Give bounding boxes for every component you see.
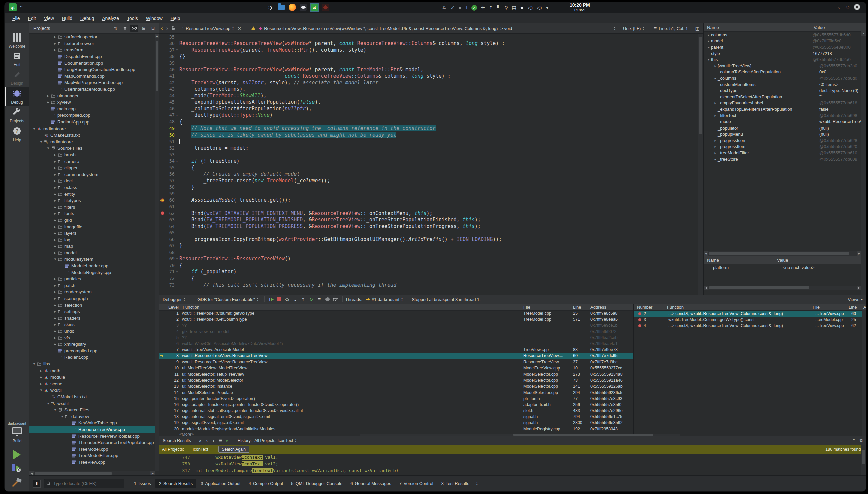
locals-row[interactable]: _customMenuItems<0 items> (704, 81, 866, 88)
locals-row[interactable]: _elementToSelectAfterPopulation"" (704, 94, 866, 100)
stack-frame[interactable]: 19sigc::signal0<void, sigc::nil>::emitsi… (159, 420, 633, 425)
chevron-right-icon[interactable]: ▸ (53, 238, 57, 242)
chevron-right-icon[interactable]: ▸ (53, 322, 57, 327)
current-symbol[interactable]: ResourceTreeView::ResourceTreeView(wxWin… (264, 26, 612, 31)
stack-frame[interactable]: 16sigc::adaptor_functor<sigc::pointer_fu… (159, 401, 633, 407)
chevron-right-icon[interactable]: ▸ (53, 166, 57, 170)
tree-item[interactable]: ▸particles (30, 276, 155, 282)
output-pane-qml-debugger-console[interactable]: 5QML Debugger Console (287, 479, 346, 488)
split-editor-icon[interactable]: ◫ (695, 26, 699, 31)
locals-row[interactable]: _popupMenu(null) (704, 131, 866, 137)
tree-item[interactable]: ▸model (30, 250, 155, 256)
tree-item[interactable]: ▸fonts (30, 210, 155, 217)
views-button[interactable]: Views▾ (848, 295, 863, 304)
previous-result-icon[interactable]: ‹ (204, 438, 210, 443)
debug-run-button[interactable] (12, 463, 22, 474)
output-pane-issues[interactable]: 1Issues (130, 479, 155, 488)
breakpoint-marker[interactable] (159, 211, 165, 215)
locals-row[interactable]: _declTypedecl::Type::None (0) (704, 88, 866, 94)
chevron-right-icon[interactable]: ▸ (53, 251, 57, 255)
bp-number-column[interactable]: Number (634, 305, 665, 310)
step-out-icon[interactable]: ⇡ (300, 296, 307, 303)
tree-item[interactable]: ▸xmlregistry (30, 341, 155, 348)
chevron-right-icon[interactable]: ▸ (53, 277, 57, 281)
symbol-dropdown-icon[interactable]: ▴▾ (614, 26, 615, 31)
chevron-down-icon[interactable]: ▾ (32, 127, 36, 131)
tree-item[interactable]: ▸undo (30, 328, 155, 335)
tree-item[interactable]: CMakeLists.txt (30, 132, 155, 138)
fold-marker-icon[interactable]: ▾ (175, 257, 179, 261)
close-sidebar-icon[interactable]: ⊡ (149, 25, 157, 32)
locals-row[interactable]: ▸columns@0x5555577db6d0 (704, 32, 866, 38)
menu-analyze[interactable]: Analyze (98, 15, 122, 22)
menu-window[interactable]: Window (142, 15, 166, 22)
chevron-right-icon[interactable]: ▸ (53, 172, 57, 176)
chevron-down-icon[interactable]: ▾ (39, 139, 43, 144)
step-over-icon[interactable]: ⤼ (284, 296, 291, 303)
tray-user-icon[interactable]: ⚲ (505, 4, 508, 12)
menu-view[interactable]: View (40, 15, 58, 22)
new-search-icon[interactable]: ⌕ (224, 438, 230, 443)
chevron-right-icon[interactable]: ▸ (39, 368, 43, 373)
open-document-tab[interactable]: ResourceTreeView.cpp (186, 26, 230, 31)
output-pane-general-messages[interactable]: 6General Messages (346, 479, 395, 488)
tree-item[interactable]: ▸settings (30, 308, 155, 315)
search-again-button[interactable]: Search Again (218, 446, 249, 453)
tray-qt-creator-icon[interactable]: qt (310, 3, 319, 12)
stack-function-column[interactable]: Function (181, 305, 522, 310)
output-pane-compile-output[interactable]: 4Compile Output (245, 479, 287, 488)
fold-marker-icon[interactable]: ▾ (175, 48, 179, 52)
go-back-icon[interactable]: ‹ (161, 25, 163, 32)
chevron-right-icon[interactable]: ▸ (53, 41, 57, 46)
stack-frame[interactable]: 8wxutil::ResourceTreeView::ResourceTreeV… (159, 353, 633, 359)
restart-icon[interactable]: ↻ (308, 296, 315, 303)
tree-item[interactable]: ▸camera (30, 158, 155, 165)
stack-frame[interactable]: 10ui::ModelTreeView::ModelTreeViewModelT… (159, 365, 633, 371)
locals-row[interactable]: ▸_treeModelFilter@0x5555577db610 (704, 150, 866, 156)
watch-horizontal-scrollbar[interactable]: ◀▶ (704, 286, 861, 290)
link-with-editor-icon[interactable] (130, 25, 138, 32)
chevron-right-icon[interactable]: ▸ (53, 283, 57, 288)
encoding-dropdown-icon[interactable]: ▴▾ (643, 26, 644, 31)
tree-item[interactable]: ▾wxutil (30, 400, 155, 406)
locals-row[interactable]: ▸parent@0x555556e8e800 (704, 44, 866, 51)
tree-item[interactable]: ▸imagefile (30, 223, 155, 230)
tree-item[interactable]: ▸layers (30, 230, 155, 237)
tray-input-method-icon[interactable]: ⁚❯ (266, 3, 275, 12)
chevron-down-icon[interactable]: ▾ (53, 407, 57, 412)
sync-with-editor-icon[interactable]: ⇅ (112, 25, 119, 32)
tree-item[interactable]: ▸clipper (30, 165, 155, 171)
tree-item[interactable]: ▾radiantcore (30, 138, 155, 145)
stack-frame[interactable]: 12ui::ModelSelector::ModelSelectorModelS… (159, 377, 633, 383)
collapse-pane-icon[interactable]: ⌃ (852, 438, 856, 443)
tray-firefox-icon[interactable] (288, 3, 297, 12)
corner-chevron-down-icon[interactable]: ⌄ (837, 4, 841, 10)
go-forward-icon[interactable]: › (166, 25, 168, 32)
chevron-right-icon[interactable]: ▸ (53, 244, 57, 248)
menu-tools[interactable]: Tools (123, 15, 141, 22)
stack-frame[interactable]: 4gtk_tree_view_set_model0x7ffff5f59072 (159, 329, 633, 335)
chevron-right-icon[interactable]: ▸ (53, 316, 57, 320)
tree-item[interactable]: ▸vfs (30, 335, 155, 341)
tree-item[interactable]: TreeModelFilter.cpp (30, 452, 155, 459)
tree-item[interactable]: ▸selection (30, 302, 155, 308)
tree-item[interactable]: CMakeLists.txt (30, 394, 155, 400)
tree-item[interactable]: ResourceTreeView.cpp (30, 426, 155, 433)
chevron-right-icon[interactable]: ▸ (53, 342, 57, 346)
menu-help[interactable]: Help (167, 15, 184, 22)
tree-item[interactable]: ▸math (30, 367, 155, 374)
tray-volume-alt-icon[interactable]: ◁) (537, 4, 542, 12)
chevron-right-icon[interactable]: ▸ (53, 303, 57, 307)
locals-row[interactable]: ▸_emptyFavouritesLabel@0x5555577db618 (704, 100, 866, 107)
build-progress-icon[interactable]: ▮ (33, 480, 41, 488)
build-button[interactable] (12, 477, 22, 489)
tray-file-manager-icon[interactable] (277, 3, 286, 12)
tree-item[interactable]: ModuleRegistry.cpp (30, 269, 155, 276)
stack-frame[interactable]: 15sigc::pointer_functor0<void>::operator… (159, 396, 633, 401)
locals-value-column[interactable]: Value (811, 25, 866, 30)
output-pane-search-results[interactable]: 2Search Results (155, 479, 196, 488)
instruction-wise-icon[interactable]: ≣ (316, 296, 323, 303)
fold-marker-icon[interactable]: ▾ (175, 159, 179, 163)
tray-bell-icon[interactable]: 🕭 (442, 4, 447, 12)
menu-file[interactable]: File (9, 15, 24, 22)
